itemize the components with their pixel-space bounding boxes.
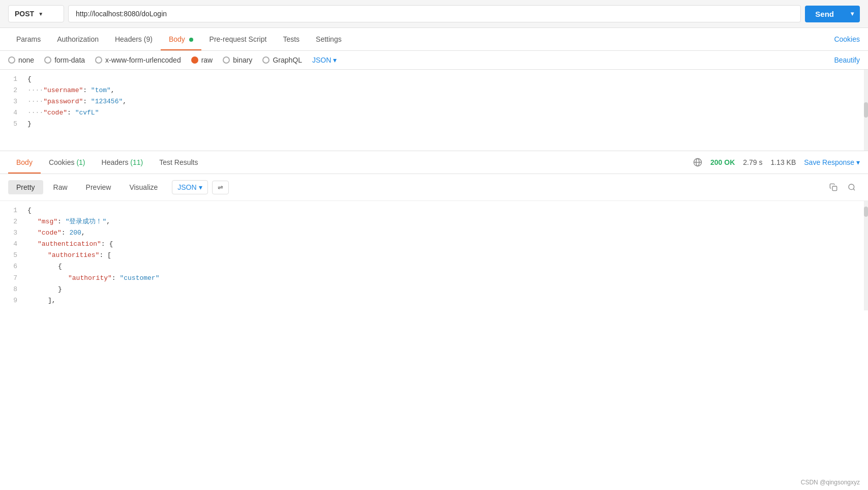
send-label: Send	[805, 10, 844, 18]
radio-graphql[interactable]: GraphQL	[262, 56, 302, 64]
json-format-label: JSON	[312, 56, 331, 64]
res-line-3: 3 "code": 200,	[0, 227, 868, 239]
req-line-5: 5 }	[0, 119, 868, 130]
radio-binary-circle	[223, 56, 230, 64]
req-line-1: 1 {	[0, 74, 868, 85]
format-tab-visualize[interactable]: Visualize	[121, 180, 166, 194]
res-line-4: 4 "authentication": {	[0, 239, 868, 250]
globe-icon	[693, 158, 702, 167]
response-tab-test-results[interactable]: Test Results	[151, 151, 206, 174]
request-tab-bar: Params Authorization Headers (9) Body Pr…	[0, 28, 868, 51]
res-line-8: 8 }	[0, 284, 868, 295]
response-json-dropdown[interactable]: JSON ▾	[172, 180, 207, 194]
method-select[interactable]: POST ▼	[8, 5, 64, 22]
response-scrollbar[interactable]	[864, 201, 868, 310]
tab-settings[interactable]: Settings	[308, 28, 350, 50]
radio-form-data[interactable]: form-data	[44, 56, 85, 64]
response-meta: 200 OK 2.79 s 1.13 KB Save Response ▾	[693, 158, 860, 167]
radio-raw[interactable]: raw	[191, 56, 213, 64]
svg-point-4	[849, 184, 854, 190]
body-type-bar: none form-data x-www-form-urlencoded raw…	[0, 51, 868, 70]
radio-urlencoded[interactable]: x-www-form-urlencoded	[95, 56, 181, 64]
response-body: 1 { 2 "msg": "登录成功！", 3 "code": 200, 4 "…	[0, 201, 868, 310]
req-line-3: 3 ····"password": "123456",	[0, 96, 868, 107]
cookies-link[interactable]: Cookies	[834, 28, 860, 50]
method-label: POST	[15, 10, 34, 18]
response-format-bar: Pretty Raw Preview Visualize JSON ▾ ⇌	[0, 174, 868, 201]
res-line-5: 5 "authorities": [	[0, 250, 868, 261]
svg-rect-3	[832, 186, 837, 191]
radio-binary[interactable]: binary	[223, 56, 252, 64]
response-json-label: JSON	[177, 183, 196, 191]
request-code-editor[interactable]: 1 { 2 ····"username": "tom", 3 ····"pass…	[0, 70, 868, 151]
response-tab-body[interactable]: Body	[8, 151, 41, 174]
res-line-1: 1 {	[0, 205, 868, 216]
response-tab-cookies[interactable]: Cookies (1)	[41, 151, 94, 174]
send-button[interactable]: Send ▾	[805, 6, 860, 22]
url-bar: POST ▼ Send ▾	[0, 0, 868, 28]
wrap-icon: ⇌	[218, 184, 223, 191]
search-icon	[848, 183, 856, 191]
response-json-chevron-icon: ▾	[199, 183, 202, 191]
request-editor-scrollbar[interactable]	[864, 70, 868, 151]
tab-authorization[interactable]: Authorization	[49, 28, 107, 50]
res-line-2: 2 "msg": "登录成功！",	[0, 216, 868, 227]
response-tab-bar: Body Cookies (1) Headers (11) Test Resul…	[0, 151, 868, 174]
wrap-button[interactable]: ⇌	[212, 181, 229, 194]
save-response-chevron-icon: ▾	[856, 158, 860, 166]
tab-body[interactable]: Body	[161, 28, 201, 50]
tab-params[interactable]: Params	[8, 28, 49, 50]
radio-urlencoded-circle	[95, 56, 102, 64]
request-editor-scrollbar-thumb	[864, 102, 868, 118]
response-size: 1.13 KB	[770, 158, 796, 166]
radio-form-data-circle	[44, 56, 51, 64]
req-line-4: 4 ····"code": "cvfL"	[0, 107, 868, 119]
response-time: 2.79 s	[743, 158, 762, 166]
response-scrollbar-thumb	[864, 207, 868, 217]
radio-none[interactable]: none	[8, 56, 34, 64]
res-line-6: 6 {	[0, 261, 868, 272]
res-line-7: 7 "authority": "customer"	[0, 273, 868, 284]
response-tab-headers[interactable]: Headers (11)	[94, 151, 152, 174]
svg-line-5	[853, 189, 855, 190]
save-response-button[interactable]: Save Response ▾	[804, 158, 860, 166]
json-format-chevron-icon: ▾	[333, 56, 337, 64]
tab-pre-request-script[interactable]: Pre-request Script	[201, 28, 275, 50]
res-line-9: 9 ],	[0, 295, 868, 306]
copy-icon	[829, 183, 837, 191]
send-arrow-icon[interactable]: ▾	[845, 10, 860, 17]
copy-icon-button[interactable]	[825, 179, 842, 195]
response-status: 200 OK	[710, 158, 735, 166]
url-input[interactable]	[68, 5, 801, 22]
method-chevron-icon: ▼	[38, 11, 43, 17]
beautify-button[interactable]: Beautify	[834, 56, 860, 64]
json-format-dropdown[interactable]: JSON ▾	[312, 56, 337, 64]
radio-none-circle	[8, 56, 15, 64]
format-tab-preview[interactable]: Preview	[78, 180, 119, 194]
format-tab-raw[interactable]: Raw	[45, 180, 76, 194]
tab-tests[interactable]: Tests	[275, 28, 308, 50]
req-line-2: 2 ····"username": "tom",	[0, 85, 868, 96]
body-active-dot	[189, 38, 193, 42]
search-icon-button[interactable]	[844, 179, 860, 195]
format-tab-pretty[interactable]: Pretty	[8, 180, 43, 194]
radio-graphql-circle	[262, 56, 270, 64]
tab-headers[interactable]: Headers (9)	[107, 28, 161, 50]
radio-raw-circle	[191, 56, 198, 64]
